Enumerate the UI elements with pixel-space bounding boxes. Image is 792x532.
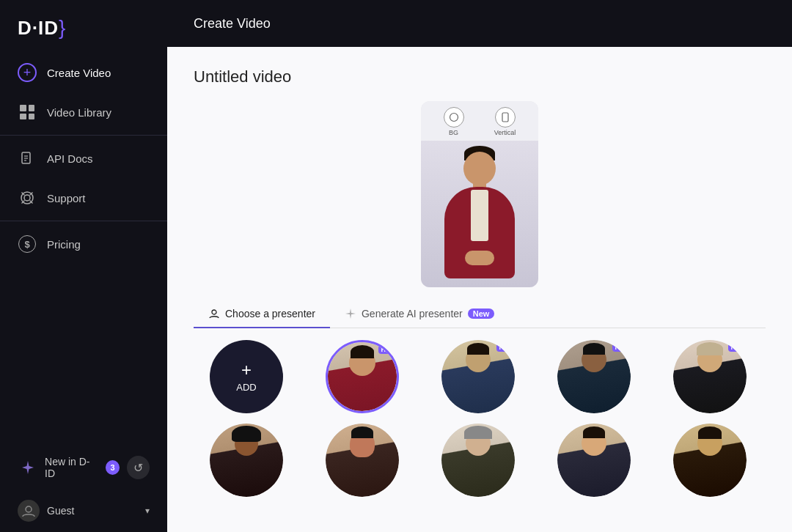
sidebar-label-pricing: Pricing xyxy=(47,238,81,251)
presenters-grid: + ADD HQ xyxy=(194,340,766,497)
add-button[interactable]: + ADD xyxy=(210,340,283,413)
new-in-did-item[interactable]: New in D-ID 3 ↺ xyxy=(0,446,167,489)
logo-text: D·ID xyxy=(18,17,59,40)
nav-divider-2 xyxy=(0,221,167,221)
new-in-did-label: New in D-ID xyxy=(45,456,98,479)
logo-brace: } xyxy=(59,16,65,40)
sidebar-item-video-library[interactable]: Video Library xyxy=(0,92,167,132)
presenter-card-p4[interactable]: HQ xyxy=(657,340,763,413)
bg-label: BG xyxy=(449,129,458,136)
hq-badge-p3: HQ xyxy=(612,343,628,352)
sidebar-item-create-video[interactable]: + Create Video xyxy=(0,53,167,92)
user-name: Guest xyxy=(47,505,74,517)
presenter-thumb-p5 xyxy=(210,424,283,497)
avatar xyxy=(18,500,40,522)
tabs-row: Choose a presenter Generate AI presenter… xyxy=(194,300,766,328)
tab-choose-presenter[interactable]: Choose a presenter xyxy=(194,300,330,328)
presenter-card-p3[interactable]: HQ xyxy=(541,340,647,413)
add-plus-icon: + xyxy=(241,361,252,379)
nav-divider-1 xyxy=(0,135,167,136)
presenter-card-p8[interactable] xyxy=(541,424,647,497)
new-in-did-badge: 3 xyxy=(106,460,120,475)
svg-point-11 xyxy=(450,114,458,122)
file-icon xyxy=(18,149,37,168)
presenter-image-area xyxy=(421,141,538,287)
bg-circle-icon xyxy=(444,107,464,128)
sidebar-label-support: Support xyxy=(47,192,86,204)
grid-icon xyxy=(18,103,37,122)
sidebar: D·ID } + Create Video Video Library xyxy=(0,0,167,532)
presenter-thumb-p6 xyxy=(326,424,399,497)
presenter-card-p7[interactable] xyxy=(425,424,531,497)
support-icon xyxy=(18,188,37,207)
sidebar-label-video-library: Video Library xyxy=(47,106,111,119)
sidebar-item-api-docs[interactable]: API Docs xyxy=(0,138,167,178)
main-content: Create Video Untitled video BG xyxy=(167,0,792,532)
svg-point-5 xyxy=(24,195,30,201)
plus-circle-icon: + xyxy=(18,63,37,82)
presenter-stage: BG Vertical xyxy=(194,101,766,287)
presenter-controls: BG Vertical xyxy=(421,101,538,141)
presenter-thumb-p1: HQ xyxy=(326,340,399,413)
vertical-control-button[interactable]: Vertical xyxy=(494,107,516,136)
sidebar-item-pricing[interactable]: $ Pricing xyxy=(0,224,167,264)
bg-control-button[interactable]: BG xyxy=(444,107,464,136)
add-label: ADD xyxy=(236,382,256,393)
sidebar-nav: + Create Video Video Library xyxy=(0,53,167,434)
person-icon xyxy=(208,308,220,319)
content-area: Untitled video BG xyxy=(167,47,792,532)
tab-generate-ai-presenter-label: Generate AI presenter xyxy=(362,308,463,319)
sidebar-label-create-video: Create Video xyxy=(47,67,111,79)
presenter-thumb-p2: HQ xyxy=(441,340,515,413)
sidebar-bottom: New in D-ID 3 ↺ Guest ▾ xyxy=(0,434,167,532)
svg-point-13 xyxy=(212,310,216,314)
presenter-figure xyxy=(439,144,520,284)
vertical-icon xyxy=(495,107,516,128)
hq-badge-p2: HQ xyxy=(496,343,513,352)
presenter-card-p6[interactable] xyxy=(309,424,415,497)
presenter-card-p1[interactable]: HQ xyxy=(309,340,415,413)
logo: D·ID } xyxy=(0,0,167,53)
tab-generate-ai-presenter[interactable]: Generate AI presenter New xyxy=(330,300,509,328)
hq-badge-p1: HQ xyxy=(378,345,395,354)
chevron-down-icon: ▾ xyxy=(145,506,150,516)
presenter-thumb-p8 xyxy=(557,424,631,497)
sparkle-tab-icon xyxy=(345,308,356,319)
presenter-card-p9[interactable] xyxy=(657,424,763,497)
page-title: Create Video xyxy=(194,16,271,32)
presenter-thumb-p4: HQ xyxy=(673,340,747,413)
presenter-thumb-p7 xyxy=(441,424,515,497)
top-bar: Create Video xyxy=(167,0,792,47)
sidebar-label-api-docs: API Docs xyxy=(47,152,93,165)
new-tab-badge: New xyxy=(468,309,495,319)
vertical-label: Vertical xyxy=(494,129,516,136)
tab-choose-presenter-label: Choose a presenter xyxy=(225,308,315,319)
presenters-section: + ADD HQ xyxy=(194,328,766,532)
presenter-card-p5[interactable] xyxy=(194,424,299,497)
presenter-thumb-p3: HQ xyxy=(557,340,631,413)
user-row[interactable]: Guest ▾ xyxy=(0,489,167,532)
presenter-frame: BG Vertical xyxy=(421,101,538,287)
sparkle-icon xyxy=(18,457,37,478)
video-title[interactable]: Untitled video xyxy=(194,67,766,86)
presenter-thumb-p9 xyxy=(673,424,747,497)
add-presenter-card[interactable]: + ADD xyxy=(194,340,299,413)
dollar-icon: $ xyxy=(18,234,37,254)
hq-badge-p4: HQ xyxy=(728,343,744,352)
svg-rect-12 xyxy=(502,113,508,122)
sidebar-item-support[interactable]: Support xyxy=(0,178,167,218)
svg-point-10 xyxy=(26,506,32,512)
replay-button[interactable]: ↺ xyxy=(127,456,150,479)
presenter-card-p2[interactable]: HQ xyxy=(425,340,531,413)
